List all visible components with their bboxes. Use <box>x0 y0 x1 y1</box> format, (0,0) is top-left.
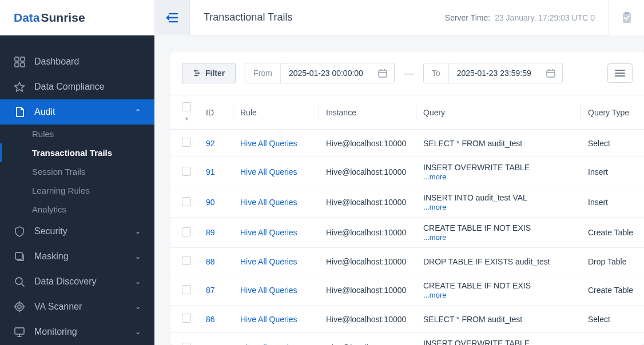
row-id-link[interactable]: 90 <box>206 198 215 207</box>
sidebar-item-label: Dashboard <box>34 57 141 67</box>
sidebar-item-dashboard[interactable]: Dashboard <box>0 49 154 74</box>
row-id-link[interactable]: 91 <box>206 167 215 176</box>
sidebar-item-label: Security <box>34 226 135 236</box>
svg-point-13 <box>196 75 197 77</box>
row-rule-link[interactable]: Hive All Queries <box>240 198 297 207</box>
svg-rect-4 <box>15 252 22 259</box>
date-from[interactable]: From 2025-01-23 00:00:00 <box>245 63 395 83</box>
col-rule[interactable]: Rule <box>233 95 319 130</box>
svg-rect-15 <box>547 70 555 77</box>
sidebar-item-data-compliance[interactable]: Data Compliance <box>0 74 154 99</box>
star-icon <box>14 81 25 93</box>
sidebar-item-monitoring[interactable]: Monitoring⌄ <box>0 319 154 344</box>
sidebar-subitem-learning-rules[interactable]: Learning Rules <box>0 181 154 200</box>
svg-point-11 <box>194 70 196 72</box>
col-query[interactable]: Query <box>416 95 581 130</box>
panel: Filter From 2025-01-23 00:00:00 — To 202… <box>170 51 644 345</box>
row-id-link[interactable]: 89 <box>206 228 215 237</box>
row-checkbox[interactable] <box>182 285 191 294</box>
select-all-checkbox[interactable] <box>182 102 191 111</box>
row-id-link[interactable]: 88 <box>206 257 215 266</box>
row-id-link[interactable]: 87 <box>206 286 215 295</box>
sidebar-subitem-analytics[interactable]: Analytics <box>0 200 154 219</box>
row-instance: Hive@localhost:10000 <box>319 218 416 248</box>
logo-part1: Data <box>14 11 40 25</box>
calendar-icon <box>539 69 562 78</box>
server-time-label: Server Time: <box>445 13 490 22</box>
row-query: SELECT * FROM audit_test <box>416 306 581 333</box>
row-rule-link[interactable]: Hive All Queries <box>240 167 297 176</box>
sidebar-item-audit[interactable]: Audit⌃ <box>0 99 154 125</box>
filter-button-label: Filter <box>205 69 225 78</box>
row-rule-link[interactable]: Hive All Queries <box>240 286 297 295</box>
hamburger-icon <box>615 69 625 77</box>
search-icon <box>14 276 25 287</box>
row-id-link[interactable]: 92 <box>206 139 215 148</box>
more-link[interactable]: ...more <box>423 203 446 211</box>
logo[interactable]: Data Sunrise <box>0 0 154 35</box>
row-rule-link[interactable]: Hive All Queries <box>240 139 297 148</box>
row-checkbox[interactable] <box>182 227 191 236</box>
svg-rect-10 <box>625 12 629 14</box>
col-id[interactable]: ID <box>199 95 233 130</box>
page-title: Transactional Trails <box>204 11 292 23</box>
sidebar-item-security[interactable]: Security⌄ <box>0 219 154 244</box>
svg-point-7 <box>15 303 23 311</box>
row-rule-link[interactable]: Hive All Queries <box>240 315 297 324</box>
sidebar-item-masking[interactable]: Masking⌄ <box>0 244 154 269</box>
clipboard-button[interactable] <box>609 0 644 35</box>
logo-part2: Sunrise <box>41 11 85 25</box>
clipboard-icon <box>622 12 632 23</box>
row-checkbox[interactable] <box>182 256 191 265</box>
row-checkbox[interactable] <box>182 197 191 206</box>
chevron-down-icon[interactable]: ▾ <box>185 115 188 122</box>
monitor-icon <box>14 326 25 338</box>
row-query-type: Insert <box>581 157 644 187</box>
row-instance: Hive@localhost:10000 <box>319 275 416 306</box>
filter-icon <box>193 69 201 77</box>
table-row: 92Hive All QueriesHive@localhost:10000SE… <box>170 130 644 157</box>
view-options-button[interactable] <box>607 63 633 83</box>
row-query: INSERT OVERWRITE TABLE...more <box>416 157 581 187</box>
sidebar-subitem-session-trails[interactable]: Session Trails <box>0 162 154 181</box>
table-row: 87Hive All QueriesHive@localhost:10000CR… <box>170 275 644 306</box>
sidebar-subitem-rules[interactable]: Rules <box>0 125 154 143</box>
row-query-type: Select <box>581 306 644 333</box>
col-instance[interactable]: Instance <box>319 95 416 130</box>
calendar-icon <box>371 69 394 78</box>
row-checkbox[interactable] <box>182 343 191 346</box>
sidebar-toggle[interactable] <box>154 0 190 35</box>
col-type[interactable]: Query Type <box>581 95 644 130</box>
row-id-link[interactable]: 86 <box>206 315 215 324</box>
svg-rect-0 <box>15 57 19 61</box>
row-instance: Hive@localhost:10000 <box>319 306 416 333</box>
row-query-type: Insert <box>581 187 644 218</box>
row-rule-link[interactable]: Hive All Queries <box>240 228 297 237</box>
sidebar-item-va-scanner[interactable]: VA Scanner⌄ <box>0 294 154 319</box>
table-row: 86Hive All QueriesHive@localhost:10000SE… <box>170 306 644 333</box>
date-to[interactable]: To 2025-01-23 23:59:59 <box>423 63 563 83</box>
filter-button[interactable]: Filter <box>182 63 236 83</box>
more-link[interactable]: ...more <box>423 291 446 299</box>
sidebar-item-label: Masking <box>34 251 135 262</box>
sidebar-item-data-discovery[interactable]: Data Discovery⌄ <box>0 269 154 294</box>
row-query-type: Drop Table <box>581 248 644 275</box>
row-checkbox[interactable] <box>182 167 191 176</box>
row-rule-link[interactable]: Hive All Queries <box>240 257 297 266</box>
sidebar-subitem-transactional-trails[interactable]: Transactional Trails <box>0 143 154 162</box>
svg-rect-1 <box>21 57 25 61</box>
more-link[interactable]: ...more <box>423 233 446 242</box>
row-query: CREATE TABLE IF NOT EXIS...more <box>416 218 581 248</box>
row-checkbox[interactable] <box>182 138 191 147</box>
row-query: SELECT * FROM audit_test <box>416 130 581 157</box>
file-icon <box>14 106 25 118</box>
more-link[interactable]: ...more <box>423 172 446 181</box>
col-checkbox[interactable]: ▾ <box>170 95 199 130</box>
sidebar-item-label: Audit <box>34 107 135 117</box>
row-checkbox[interactable] <box>182 314 191 323</box>
sidebar: Data Sunrise DashboardData ComplianceAud… <box>0 0 154 345</box>
sidebar-item-label: VA Scanner <box>34 302 135 312</box>
sidebar-item-label: Data Discovery <box>34 276 135 287</box>
row-query-type: Create Table <box>581 275 644 306</box>
date-from-value: 2025-01-23 00:00:00 <box>281 63 371 83</box>
